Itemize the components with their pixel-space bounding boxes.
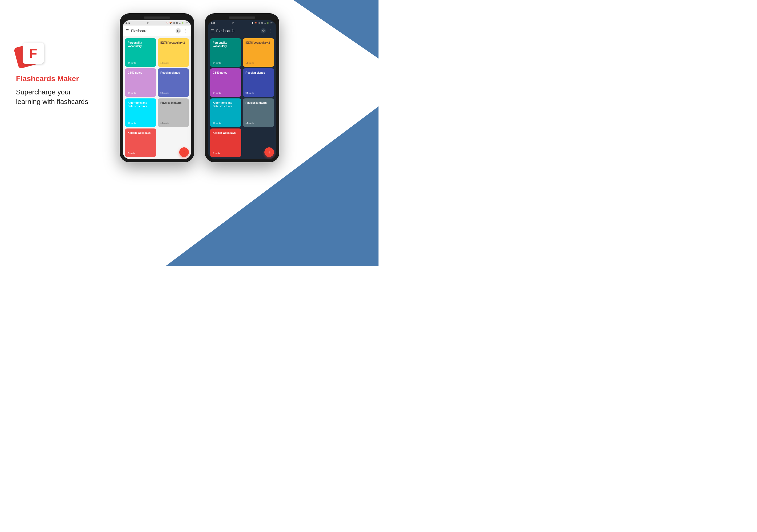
fab-icon-dark: + [268, 149, 271, 155]
card-count-personality-light: 24 cards [128, 62, 153, 64]
more-icon-dark: ⋮ [269, 29, 272, 33]
header-icons-dark: ⚙ ⋮ [261, 28, 273, 34]
phone-light: 2:41 P ⏰ 🔕 HD 4G ▲ 🔋 13% ☰ Flashcards ◐ [120, 13, 194, 162]
card-ielts-light[interactable]: IELTS Vocabulary 2 15 cards [158, 38, 189, 67]
theme-toggle-light[interactable]: ◐ [175, 28, 181, 34]
logo-letter: F [29, 46, 37, 61]
card-title-cs50-dark: CS50 notes [213, 71, 239, 75]
card-title-korean-light: Korean Weekdays [128, 131, 153, 135]
theme-toggle-dark[interactable]: ⚙ [261, 28, 266, 34]
signal-icon-dark: ▲ [264, 22, 266, 24]
card-count-russian-light: 54 cards [160, 92, 186, 94]
status-bar-light: 2:41 P ⏰ 🔕 HD 4G ▲ 🔋 13% [123, 20, 191, 25]
card-count-physics-dark: 14 cards [246, 122, 271, 124]
card-title-korean-dark: Korean Weekdays [213, 131, 239, 135]
more-icon-light: ⋮ [184, 29, 187, 33]
card-cs50-dark[interactable]: CS50 notes 34 cards [210, 68, 241, 97]
alarm-icon-dark: ⏰ [251, 22, 254, 24]
status-icons-dark: ⏰ 🔕 HD 4G ▲ 🔋 13% [251, 22, 273, 24]
status-icons-light: ⏰ 🔕 HD 4G ▲ 🔋 13% [166, 22, 188, 24]
tagline: Supercharge your learning with flashcard… [16, 87, 90, 107]
app-name: Flashcards Maker [16, 75, 90, 83]
fab-dark[interactable]: + [264, 147, 274, 157]
card-algorithms-dark[interactable]: Algorithms and Data structures 30 cards [210, 98, 241, 127]
card-title-ielts-dark: IELTS Vocabulary 2 [246, 41, 271, 45]
card-title-algorithms-light: Algorithms and Data structures [128, 101, 153, 108]
card-count-cs50-dark: 34 cards [213, 92, 239, 94]
card-count-ielts-dark: 15 cards [246, 62, 271, 64]
card-title-algorithms-dark: Algorithms and Data structures [213, 101, 239, 108]
status-app-icon-light: P [147, 22, 149, 24]
theme-icon-light: ◐ [177, 29, 180, 33]
card-title-physics-dark: Physics Midterm [246, 101, 271, 105]
cards-grid-light: Personality vocabulary 24 cards IELTS Vo… [123, 36, 191, 159]
phones-area: 2:41 P ⏰ 🔕 HD 4G ▲ 🔋 13% ☰ Flashcards ◐ [120, 13, 279, 162]
phone-screen-dark: 2:42 P ⏰ 🔕 HD 4G ▲ 🔋 13% ☰ Flashcards ⚙ [208, 20, 276, 159]
card-title-personality-dark: Personality vocabulary [213, 41, 239, 48]
app-header-light: ☰ Flashcards ◐ ⋮ [123, 25, 191, 36]
more-menu-light[interactable]: ⋮ [183, 28, 188, 34]
cards-grid-dark: Personality vocabulary 24 cards IELTS Vo… [208, 36, 276, 159]
status-bar-dark: 2:42 P ⏰ 🔕 HD 4G ▲ 🔋 13% [208, 20, 276, 25]
card-title-cs50-light: CS50 notes [128, 71, 153, 75]
card-cs50-light[interactable]: CS50 notes 34 cards [125, 68, 156, 97]
app-header-dark: ☰ Flashcards ⚙ ⋮ [208, 25, 276, 36]
battery-icon-dark: 🔋 13% [267, 22, 273, 24]
card-count-algorithms-dark: 30 cards [213, 122, 239, 124]
card-count-cs50-light: 34 cards [128, 92, 153, 94]
card-count-korean-light: 7 cards [128, 152, 153, 154]
status-app-icon-dark: P [232, 22, 234, 24]
status-time-light: 2:41 [126, 22, 130, 24]
card-title-russian-dark: Russian slangs [246, 71, 271, 75]
bg-triangle-top [293, 0, 378, 58]
card-korean-dark[interactable]: Korean Weekdays 7 cards [210, 129, 241, 157]
card-russian-dark[interactable]: Russian slangs 54 cards [243, 68, 274, 97]
header-icons-light: ◐ ⋮ [175, 28, 188, 34]
card-algorithms-light[interactable]: Algorithms and Data structures 30 cards [125, 98, 156, 127]
silent-icon: 🔕 [169, 22, 172, 24]
card-physics-dark[interactable]: Physics Midterm 14 cards [243, 98, 274, 127]
branding-section: F Flashcards Maker Supercharge your lear… [16, 43, 90, 107]
card-russian-light[interactable]: Russian slangs 54 cards [158, 68, 189, 97]
header-title-light: Flashcards [131, 29, 173, 33]
card-title-russian-light: Russian slangs [160, 71, 186, 75]
card-count-personality-dark: 24 cards [213, 62, 239, 64]
phone-notch-light [144, 16, 170, 18]
phone-notch-dark [229, 16, 255, 18]
fab-light[interactable]: + [179, 147, 189, 157]
silent-icon-dark: 🔕 [255, 22, 257, 24]
card-title-ielts-light: IELTS Vocabulary 2 [160, 41, 186, 45]
card-count-algorithms-light: 30 cards [128, 122, 153, 124]
header-title-dark: Flashcards [216, 29, 258, 33]
battery-icon: 🔋 13% [182, 22, 188, 24]
signal-icon: ▲ [179, 22, 181, 24]
status-time-dark: 2:42 [211, 22, 215, 24]
card-count-korean-dark: 7 cards [213, 152, 239, 154]
phone-screen-light: 2:41 P ⏰ 🔕 HD 4G ▲ 🔋 13% ☰ Flashcards ◐ [123, 20, 191, 159]
theme-icon-dark: ⚙ [262, 29, 265, 33]
card-title-physics-light: Physics Midterm [160, 101, 186, 105]
card-title-personality-light: Personality vocabulary [128, 41, 153, 48]
card-ielts-dark[interactable]: IELTS Vocabulary 2 15 cards [243, 38, 274, 67]
card-korean-light[interactable]: Korean Weekdays 7 cards [125, 129, 156, 157]
card-count-russian-dark: 54 cards [246, 92, 271, 94]
card-count-ielts-light: 15 cards [160, 62, 186, 64]
hamburger-menu-light[interactable]: ☰ [126, 29, 129, 33]
card-physics-light[interactable]: Physics Midterm 14 cards [158, 98, 189, 127]
phone-dark: 2:42 P ⏰ 🔕 HD 4G ▲ 🔋 13% ☰ Flashcards ⚙ [205, 13, 279, 162]
logo-front-card: F [23, 43, 44, 64]
card-personality-dark[interactable]: Personality vocabulary 24 cards [210, 38, 241, 67]
fab-icon-light: + [182, 149, 186, 155]
network-icon-dark: HD 4G [258, 22, 263, 24]
alarm-icon: ⏰ [166, 22, 168, 24]
card-count-physics-light: 14 cards [160, 122, 186, 124]
network-icon: HD 4G [173, 22, 178, 24]
app-logo: F [16, 43, 48, 69]
card-personality-light[interactable]: Personality vocabulary 24 cards [125, 38, 156, 67]
more-menu-dark[interactable]: ⋮ [268, 28, 273, 34]
hamburger-menu-dark[interactable]: ☰ [211, 29, 214, 33]
